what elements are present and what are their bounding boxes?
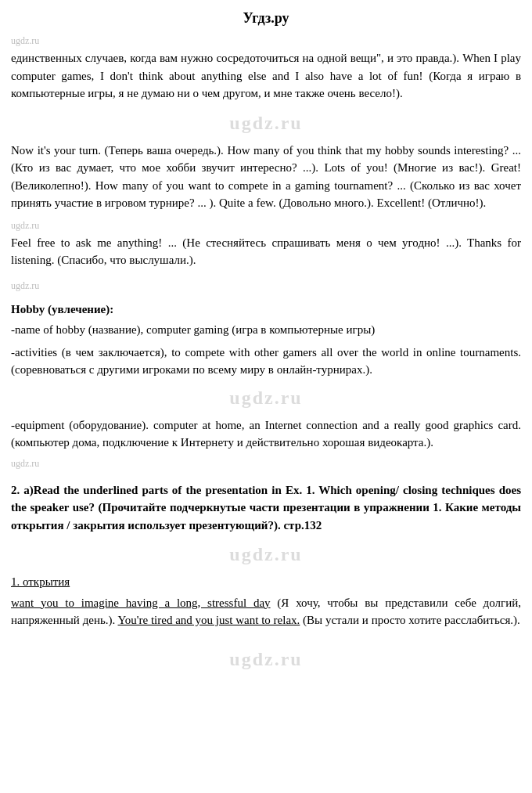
site-title: Угдз.ру <box>11 8 521 29</box>
underlined-sentence-2: You're tired and you just want to relax. <box>118 614 300 626</box>
watermark-mid-2: ugdz.ru <box>11 218 521 232</box>
hobby-equipment: -equipment (оборудование). computer at h… <box>11 416 521 452</box>
watermark-bottom: ugdz.ru <box>11 645 521 673</box>
hobby-activities: -activities (в чем заключается), to comp… <box>11 344 521 379</box>
question-block: 2. a)Read the underlined parts of the pr… <box>11 481 521 535</box>
hobby-label: Hobby (увлечение): <box>11 301 521 319</box>
question-text: 2. a)Read the underlined parts of the pr… <box>11 481 521 535</box>
answer-text-1: want you to imagine having a long, stres… <box>11 594 521 629</box>
watermark-mid-4: ugdz.ru <box>11 384 521 412</box>
paragraph-3: Feel free to ask me anything! ... (Не ст… <box>11 234 521 269</box>
watermark-mid-1: ugdz.ru <box>11 109 521 137</box>
watermark-mid-3: ugdz.ru <box>11 279 521 293</box>
answer-section-1: 1. открытия want you to imagine having a… <box>11 573 521 629</box>
paragraph-1: единственных случаев, когда вам нужно со… <box>11 49 521 103</box>
hobby-name: -name of hobby (название), computer gami… <box>11 321 521 339</box>
answer-label-1: 1. открытия <box>11 573 521 591</box>
watermark-top: ugdz.ru <box>11 34 521 48</box>
watermark-mid-5: ugdz.ru <box>11 456 521 470</box>
underlined-sentence-1: want you to imagine having a long, stres… <box>11 597 271 609</box>
watermark-mid-6: ugdz.ru <box>11 540 521 568</box>
paragraph-2: Now it's your turn. (Теперь ваша очередь… <box>11 142 521 212</box>
